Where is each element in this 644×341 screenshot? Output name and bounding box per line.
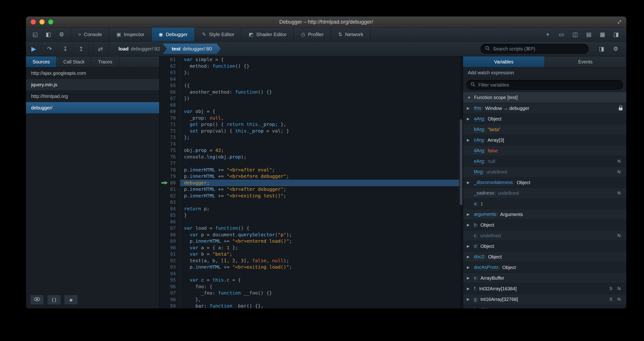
tab-network[interactable]: ⇅Network [331, 28, 370, 41]
expand-arrow-icon[interactable]: ▶ [467, 255, 474, 259]
code-text[interactable] [180, 160, 463, 167]
code-text[interactable]: var a = { a: 1 }; [180, 244, 463, 251]
code-text[interactable]: foo: { [180, 284, 463, 290]
tab-inspector[interactable]: ▣Inspector [109, 28, 152, 41]
code-text[interactable]: p.innerHTML += "<br>after debugger"; [180, 186, 463, 193]
gutter-line-number[interactable]: 67 [160, 95, 180, 102]
expand-arrow-icon[interactable]: ▶ [467, 180, 474, 185]
code-text[interactable]: p.innerHTML += "<br>before debugger"; [180, 173, 463, 180]
step-out-button[interactable]: ↥ [73, 42, 89, 56]
code-text[interactable]: obj.prop = 42; [180, 147, 463, 154]
variable-name[interactable]: a [474, 201, 476, 206]
scope-header[interactable]: ▼ Function scope [test] [463, 92, 626, 103]
variable-row--sadness[interactable]: _sadness:undefinedN [463, 188, 626, 198]
variable-name[interactable]: eArg [474, 158, 484, 164]
toolbox-options-icon[interactable]: ⚙ [56, 30, 68, 40]
gutter-line-number[interactable]: 70 [160, 115, 180, 122]
gutter-line-number[interactable]: 88 [160, 232, 180, 238]
variable-name[interactable]: dArg [474, 148, 484, 154]
variable-name[interactable]: bArg [474, 127, 484, 132]
code-text[interactable]: }; [180, 69, 463, 76]
gutter-line-number[interactable]: 75 [160, 147, 180, 154]
expand-arrow-icon[interactable]: ▶ [467, 212, 474, 216]
variable-value[interactable]: "beta" [488, 127, 500, 132]
code-text[interactable]: p.innerHTML += "<br>exiting load()"; [180, 264, 463, 270]
variable-value[interactable]: Object [488, 254, 502, 260]
variable-name[interactable]: d [474, 243, 476, 249]
variable-value[interactable]: Object [516, 180, 530, 185]
gutter-line-number[interactable]: 81 [160, 186, 180, 193]
code-text[interactable]: _prop: null, [180, 115, 463, 122]
gutter-line-number[interactable]: 85 [160, 212, 180, 218]
variable-row-a[interactable]: a:1 [463, 198, 626, 209]
breadcrumb-load[interactable]: load debugger/:92 [115, 44, 164, 54]
source-item-http-ajax-googleapis-com[interactable]: http://ajax.googleapis.com [26, 68, 159, 79]
variable-name[interactable]: fArg [474, 169, 483, 175]
code-text[interactable]: console.log(obj.prop); [180, 154, 463, 160]
variable-value[interactable]: Object [502, 265, 516, 270]
code-text[interactable]: }) [180, 95, 463, 102]
expand-arrow-icon[interactable]: ▶ [467, 106, 474, 110]
variable-name[interactable]: c [474, 233, 476, 238]
source-item-jquery-min-js[interactable]: jquery.min.js [26, 79, 159, 90]
variable-name[interactable]: aArg [474, 116, 484, 122]
zoom-button[interactable] [48, 19, 53, 24]
code-text[interactable]: set prop(val) { this._prop = val; } [180, 128, 463, 134]
code-text[interactable] [180, 102, 463, 108]
gutter-line-number[interactable]: 94 [160, 270, 180, 277]
gutter-line-number[interactable]: 80 [160, 180, 180, 186]
variable-row-c[interactable]: c:undefinedN [463, 230, 626, 241]
gutter-line-number[interactable]: 79 [160, 173, 180, 180]
variable-name[interactable]: f [474, 286, 475, 292]
gutter-line-number[interactable]: 66 [160, 89, 180, 96]
gutter-line-number[interactable]: 71 [160, 121, 180, 128]
gutter-line-number[interactable]: 73 [160, 134, 180, 141]
variable-value[interactable]: Object [480, 307, 494, 309]
eyedropper-icon[interactable]: ◨ [610, 30, 622, 40]
expand-arrow-icon[interactable]: ▶ [467, 117, 474, 121]
step-in-button[interactable]: ↧ [58, 42, 73, 56]
variable-row-g[interactable]: ▶g:Int16Array[32768]S N [463, 294, 626, 305]
variable-value[interactable]: Array[3] [488, 138, 504, 143]
tilt-3d-icon[interactable]: ▦ [596, 30, 608, 40]
code-text[interactable]: p.innerHTML += "<br>exiting test()"; [180, 193, 463, 199]
debugger-options-icon[interactable]: ⚙ [610, 44, 622, 54]
pause-on-exceptions-button[interactable]: ◉ [64, 295, 78, 305]
code-text[interactable]: }, [180, 296, 463, 303]
variable-value[interactable]: ArrayBuffer [480, 276, 504, 281]
source-item-debugger-[interactable]: debugger/ [26, 102, 159, 114]
variable-name[interactable]: e [474, 275, 476, 281]
toggle-sidebar-icon[interactable]: ◧ [42, 30, 54, 40]
code-text[interactable]: p.innerHTML += "<br>entered load()"; [180, 238, 463, 244]
variable-row-f[interactable]: ▶f:Int32Array[16384]S N [463, 284, 626, 294]
tab-events[interactable]: Events [545, 56, 626, 67]
filter-variables-input[interactable] [478, 82, 619, 88]
variable-value[interactable]: Int32Array[16384] [479, 286, 516, 292]
undock-window-icon[interactable]: ◱ [29, 30, 41, 40]
variable-value[interactable]: Object [488, 116, 502, 122]
minimize-button[interactable] [40, 19, 44, 24]
gutter-line-number[interactable]: 68 [160, 102, 180, 108]
variable-row-aarg[interactable]: ▶aArg:Object [463, 114, 626, 124]
variable-name[interactable]: _disconsolateness [474, 180, 513, 185]
code-text[interactable]: }; [180, 134, 463, 141]
variable-row-b[interactable]: ▶b:Object [463, 220, 626, 230]
gutter-line-number[interactable]: 64 [160, 76, 180, 82]
code-text[interactable]: return p; [180, 206, 463, 212]
variable-name[interactable]: this [474, 106, 481, 111]
code-text[interactable]: _foo: function __foo() {} [180, 290, 463, 296]
gutter-line-number[interactable]: 98 [160, 296, 180, 303]
variable-name[interactable]: docAsProto [474, 264, 498, 270]
gutter-line-number[interactable]: 99 [160, 303, 180, 308]
gutter-line-number[interactable]: 93 [160, 264, 180, 270]
gutter-line-number[interactable]: 91 [160, 251, 180, 258]
expand-arrow-icon[interactable]: ▶ [467, 138, 474, 142]
responsive-mode-icon[interactable]: ◫ [569, 30, 581, 40]
code-text[interactable]: } [180, 212, 463, 218]
variable-row-darg[interactable]: dArg:false [463, 146, 626, 156]
variable-row--disconsolateness[interactable]: ▶_disconsolateness:Object [463, 177, 626, 188]
gutter-line-number[interactable]: 62 [160, 63, 180, 70]
gutter-line-number[interactable]: 92 [160, 258, 180, 264]
variable-name[interactable]: _sadness [474, 190, 494, 196]
code-text[interactable]: var p = document.querySelector("p"); [180, 232, 463, 238]
